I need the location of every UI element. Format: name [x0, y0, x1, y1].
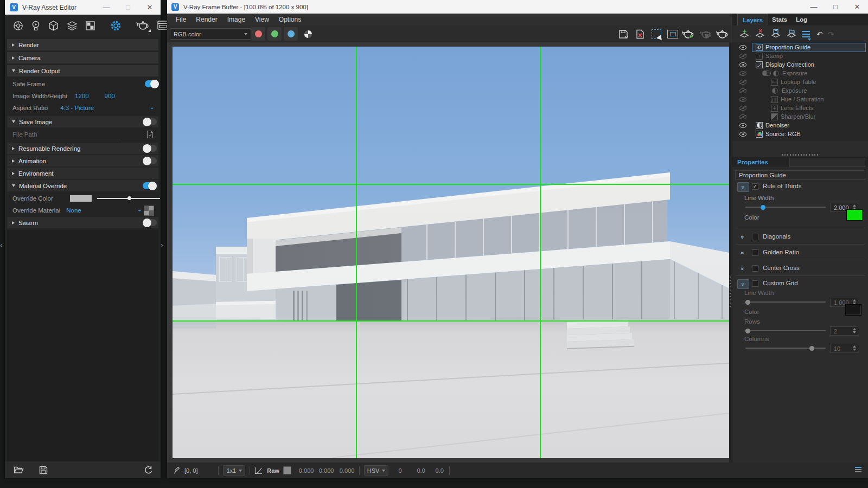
chevron-down-icon[interactable]: › — [137, 209, 143, 211]
panel-divider[interactable] — [732, 152, 868, 157]
layer-row[interactable]: Source: RGB — [732, 130, 868, 138]
textures-icon[interactable] — [85, 21, 95, 31]
columns-value[interactable]: 10 — [830, 344, 858, 353]
menu-view[interactable]: View — [251, 15, 273, 24]
maximize-button[interactable]: □ — [117, 0, 139, 15]
section-render-output[interactable]: Render Output — [7, 65, 158, 76]
eye-off-icon[interactable] — [739, 71, 746, 76]
delete-layer-icon[interactable]: × — [755, 29, 765, 38]
section-swarm[interactable]: Swarm — [7, 217, 158, 228]
tab-layers[interactable]: Layers — [737, 14, 768, 25]
expand-right-arrow[interactable]: › — [161, 241, 163, 249]
close-button[interactable]: ✕ — [139, 0, 161, 15]
file-path-input[interactable] — [12, 130, 121, 139]
golden-ratio-checkbox[interactable] — [752, 249, 758, 256]
resumable-rendering-toggle[interactable] — [143, 145, 157, 152]
layers-icon[interactable] — [66, 20, 78, 31]
image-height-value[interactable]: 900 — [105, 93, 115, 99]
override-material-value[interactable]: None — [66, 207, 81, 214]
menu-file[interactable]: File — [171, 15, 190, 24]
save-image-toggle[interactable] — [143, 118, 157, 125]
toggle-panel-icon[interactable] — [855, 467, 861, 472]
layer-row[interactable]: Proportion Guide — [732, 43, 868, 52]
chevron-down-icon[interactable]: › — [149, 107, 155, 108]
section-save-image[interactable]: Save Image — [7, 116, 158, 127]
render-teapot-icon[interactable] — [136, 20, 150, 31]
eye-off-icon[interactable] — [739, 54, 746, 59]
layer-row[interactable]: LUT Lookup Table — [732, 78, 868, 86]
eye-off-icon[interactable] — [739, 97, 746, 102]
collapse-left-arrow[interactable]: ‹ — [0, 241, 3, 249]
expand-diagonals-button[interactable]: » — [737, 233, 748, 241]
minimize-button[interactable]: — — [95, 0, 117, 15]
mono-channel-button[interactable] — [301, 28, 315, 41]
geometries-icon[interactable] — [48, 20, 59, 31]
eye-icon[interactable] — [739, 62, 746, 67]
clear-image-button[interactable] — [633, 28, 647, 41]
red-channel-button[interactable] — [251, 27, 265, 41]
region-render-button[interactable] — [666, 28, 680, 41]
blue-channel-button[interactable] — [284, 27, 298, 41]
swarm-toggle[interactable] — [143, 219, 157, 226]
layer-row[interactable]: Denoiser — [732, 121, 868, 130]
expand-custom-grid-button[interactable]: » — [737, 279, 749, 289]
asset-editor-titlebar[interactable]: V V-Ray Asset Editor — □ ✕ — [5, 0, 161, 15]
material-override-toggle[interactable] — [143, 182, 157, 189]
lights-icon[interactable] — [31, 20, 41, 31]
load-layers-icon[interactable] — [786, 29, 797, 38]
expand-center-cross-button[interactable]: » — [737, 264, 748, 273]
material-slot-icon[interactable] — [144, 206, 154, 216]
tab-stats[interactable]: Stats — [767, 14, 792, 25]
layer-row[interactable]: Exposure — [732, 86, 868, 95]
minimize-button[interactable]: — — [803, 0, 825, 14]
maximize-button[interactable]: □ — [825, 0, 846, 14]
materials-icon[interactable] — [12, 20, 24, 31]
file-icon[interactable] — [146, 130, 154, 139]
channel-select[interactable]: RGB color — [170, 28, 251, 40]
rule-of-thirds-color-swatch[interactable] — [846, 209, 863, 221]
eye-off-icon[interactable] — [739, 80, 746, 85]
layer-row[interactable]: Exposure — [732, 69, 868, 78]
cg-line-width-slider[interactable] — [745, 301, 826, 303]
undo-icon[interactable]: ↶ — [816, 30, 823, 38]
eye-icon[interactable] — [739, 45, 746, 50]
section-environment[interactable]: Environment — [7, 168, 158, 179]
stop-render-button[interactable] — [699, 28, 713, 41]
section-material-override[interactable]: Material Override — [7, 180, 158, 191]
tab-log[interactable]: Log — [791, 14, 812, 25]
menu-render[interactable]: Render — [192, 15, 221, 24]
save-icon[interactable] — [39, 466, 48, 474]
expand-golden-ratio-button[interactable]: » — [737, 248, 748, 257]
safe-frame-toggle[interactable] — [145, 80, 159, 87]
green-channel-button[interactable] — [267, 27, 282, 41]
override-color-swatch[interactable] — [70, 195, 92, 202]
add-layer-icon[interactable]: + — [739, 29, 750, 38]
render-button[interactable] — [681, 28, 695, 41]
menu-options[interactable]: Options — [275, 15, 305, 24]
rendered-image[interactable] — [173, 47, 729, 458]
eye-off-icon[interactable] — [739, 106, 746, 111]
settings-icon[interactable] — [110, 20, 122, 32]
frame-buffer-titlebar[interactable]: V V-Ray Frame Buffer - [100.0% of 1200 x… — [167, 0, 868, 14]
eye-off-icon[interactable] — [739, 88, 746, 93]
tab-properties[interactable]: Properties — [737, 159, 768, 165]
layer-row[interactable]: ||| Hue / Saturation — [732, 95, 868, 104]
rows-slider[interactable] — [745, 330, 826, 331]
menu-image[interactable]: Image — [223, 15, 250, 24]
aspect-ratio-value[interactable]: 4:3 - Picture — [60, 105, 94, 111]
expand-rule-of-thirds-button[interactable]: » — [737, 182, 749, 192]
save-layers-icon[interactable] — [770, 29, 781, 38]
section-render[interactable]: Render — [7, 39, 158, 50]
animation-toggle[interactable] — [143, 157, 157, 164]
save-image-button[interactable] — [616, 28, 630, 41]
center-cross-checkbox[interactable] — [752, 265, 758, 272]
section-resumable-rendering[interactable]: Resumable Rendering — [7, 143, 158, 154]
section-animation[interactable]: Animation — [7, 155, 158, 166]
rows-value[interactable]: 2 — [830, 326, 858, 336]
open-folder-icon[interactable] — [14, 466, 24, 474]
interactive-render-button[interactable] — [716, 28, 730, 41]
redo-icon[interactable]: ↷ — [828, 30, 834, 38]
columns-slider[interactable] — [745, 348, 826, 349]
render-canvas[interactable] — [167, 42, 729, 463]
line-width-slider[interactable] — [745, 207, 826, 208]
